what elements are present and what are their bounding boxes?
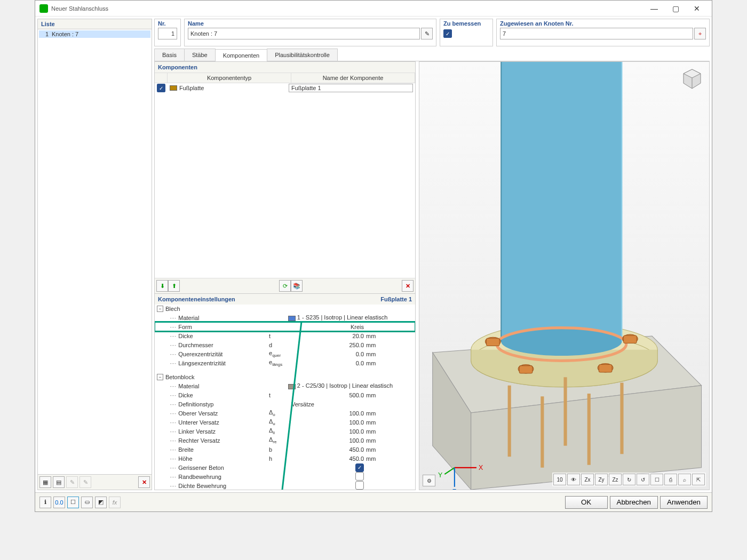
remove-button[interactable]: ✕	[402, 280, 414, 292]
property-row[interactable]: ····Dicket20.0mm	[155, 331, 415, 340]
edit-button[interactable]: ✎	[66, 476, 78, 488]
bemessen-checkbox[interactable]	[443, 29, 452, 38]
row-checkbox[interactable]	[157, 84, 165, 92]
group-title: Blech	[165, 306, 180, 312]
view-cube[interactable]	[680, 67, 704, 91]
edit-name-button[interactable]: ✎	[421, 28, 433, 39]
viewer-tool-6[interactable]: ↺	[637, 474, 649, 485]
viewer-tool-8[interactable]: ⎙	[664, 474, 677, 485]
viewer-tool-0[interactable]: 10	[553, 474, 566, 485]
viewer-tool-10[interactable]: ⇱	[692, 474, 705, 485]
cancel-button[interactable]: Abbrechen	[610, 496, 658, 509]
property-row[interactable]: ····Oberer VersatzΔo100.0mm	[155, 409, 415, 418]
tabbar: Basis Stäbe Komponenten Plausibilitätsko…	[154, 49, 710, 61]
knoten-input[interactable]: 7	[500, 28, 693, 39]
komponenten-heading: Komponenten	[155, 62, 415, 73]
property-row[interactable]: ····Dichte Bewehrung	[155, 481, 415, 490]
knoten-field: Zugewiesen an Knoten Nr. 7 ⌖	[496, 19, 710, 46]
svg-line-25	[444, 468, 455, 474]
viewer-canvas: X Y Z	[419, 62, 709, 490]
property-row[interactable]: ····FormKreis	[155, 322, 415, 331]
property-row[interactable]: ····Durchmesserd250.0mm	[155, 340, 415, 349]
left-panel: Liste 1 Knoten : 7 ▦ ▤ ✎ ✎ ✕	[37, 19, 152, 490]
property-row[interactable]: ····Rechter VersatzΔre100.0mm	[155, 436, 415, 445]
window-title: Neuer Stahlanschluss	[51, 5, 643, 12]
new-button[interactable]: ▦	[39, 476, 51, 488]
view1-button[interactable]: ☐	[67, 497, 79, 508]
svg-rect-15	[519, 366, 533, 373]
footer: ℹ 0.0 ☐ ⛀ ◩ fx OK Abbrechen Anwenden	[35, 492, 712, 511]
ok-button[interactable]: OK	[565, 496, 608, 509]
property-row[interactable]: ····Dicket500.0mm	[155, 390, 415, 399]
property-row[interactable]: ····DefinitionstypVersätze	[155, 399, 415, 409]
edit2-button[interactable]: ✎	[80, 476, 91, 488]
property-row[interactable]: ····Längsexzentrizitätelängs0.0mm	[155, 358, 415, 367]
svg-rect-7	[501, 62, 622, 341]
name-input[interactable]: Knoten : 7	[188, 28, 420, 39]
svg-text:X: X	[479, 464, 483, 471]
nr-field: Nr. 1	[154, 19, 181, 46]
property-row[interactable]: ····Höheh450.0mm	[155, 454, 415, 463]
viewer-toolbar: 10👁ZxZyZz↻↺☐⎙⌕⇱	[552, 473, 706, 486]
3d-viewer[interactable]: X Y Z ⚙ 10👁ZxZyZz↻↺☐⎙⌕⇱	[419, 61, 710, 490]
name-field: Name Knoten : 7 ✎	[184, 19, 436, 46]
left-panel-heading: Liste	[38, 19, 152, 29]
viewer-tool-4[interactable]: Zz	[609, 474, 622, 485]
titlebar: Neuer Stahlanschluss — ▢ ✕	[35, 1, 712, 17]
tab-komponenten[interactable]: Komponenten	[215, 49, 268, 61]
expander-icon[interactable]: −	[157, 374, 163, 380]
viewer-tool-5[interactable]: ↻	[623, 474, 635, 485]
property-row[interactable]: ····Unterer VersatzΔu100.0mm	[155, 418, 415, 427]
tab-staebe[interactable]: Stäbe	[184, 49, 216, 61]
svg-text:Z: Z	[452, 488, 457, 490]
maximize-button[interactable]: ▢	[665, 1, 686, 16]
pick-node-button[interactable]: ⌖	[694, 28, 706, 39]
komponenten-table: Komponententyp Name der Komponente Fußpl…	[155, 73, 415, 93]
component-row[interactable]: Fußplatte Fußplatte 1	[155, 83, 415, 93]
left-list[interactable]: 1 Knoten : 7	[38, 29, 152, 474]
property-row[interactable]: ····Querexzentrizitätequer0.0mm	[155, 349, 415, 358]
tab-basis[interactable]: Basis	[154, 49, 185, 61]
viewer-tool-2[interactable]: Zx	[581, 474, 594, 485]
property-row[interactable]: ····Randbewehrung	[155, 472, 415, 481]
add-button[interactable]: ⬇	[156, 280, 168, 292]
color-patch	[170, 85, 177, 91]
viewer-tool-3[interactable]: Zy	[595, 474, 608, 485]
app-icon	[39, 4, 48, 13]
list-item[interactable]: 1 Knoten : 7	[39, 30, 150, 38]
view-settings-button[interactable]: ⚙	[423, 475, 435, 486]
expander-icon[interactable]: −	[157, 306, 163, 312]
units-button[interactable]: ℹ	[39, 497, 51, 508]
property-row[interactable]: ····Breiteb450.0mm	[155, 445, 415, 454]
copy-button[interactable]: ▤	[53, 476, 65, 488]
delete-button[interactable]: ✕	[138, 476, 150, 488]
left-toolbar: ▦ ▤ ✎ ✎ ✕	[38, 474, 152, 490]
library-button[interactable]: 📚	[291, 280, 303, 292]
view3-button[interactable]: ◩	[95, 497, 107, 508]
property-checkbox[interactable]	[355, 472, 364, 481]
tab-plausibilitaet[interactable]: Plausibilitätskontrolle	[267, 49, 338, 61]
add2-button[interactable]: ⬆	[168, 280, 180, 292]
property-checkbox[interactable]	[355, 463, 364, 472]
viewer-tool-7[interactable]: ☐	[650, 474, 663, 485]
minimize-button[interactable]: —	[643, 1, 665, 16]
apply-button[interactable]: Anwenden	[660, 496, 708, 509]
svg-rect-13	[624, 335, 637, 343]
property-row[interactable]: ····Material1 - S235 | Isotrop | Linear …	[155, 313, 415, 322]
group-title: Betonblock	[165, 374, 194, 380]
property-row[interactable]: ····Material2 - C25/30 | Isotrop | Linea…	[155, 381, 415, 390]
close-button[interactable]: ✕	[686, 1, 708, 16]
bemessen-field: Zu bemessen	[440, 19, 493, 46]
property-row[interactable]: ····Gerissener Beton	[155, 463, 415, 472]
settings-heading: Komponenteneinstellungen Fußplatte 1	[155, 293, 415, 305]
decimals-button[interactable]: 0.0	[53, 497, 65, 508]
property-row[interactable]: ····Linker VersatzΔli100.0mm	[155, 427, 415, 436]
viewer-tool-1[interactable]: 👁	[567, 474, 580, 485]
fx-button[interactable]: fx	[109, 497, 121, 508]
svg-rect-17	[599, 365, 612, 372]
property-checkbox[interactable]	[355, 481, 364, 490]
refresh-button[interactable]: ⟳	[279, 280, 291, 292]
view2-button[interactable]: ⛀	[81, 497, 93, 508]
svg-text:Y: Y	[438, 471, 442, 479]
viewer-tool-9[interactable]: ⌕	[678, 474, 691, 485]
